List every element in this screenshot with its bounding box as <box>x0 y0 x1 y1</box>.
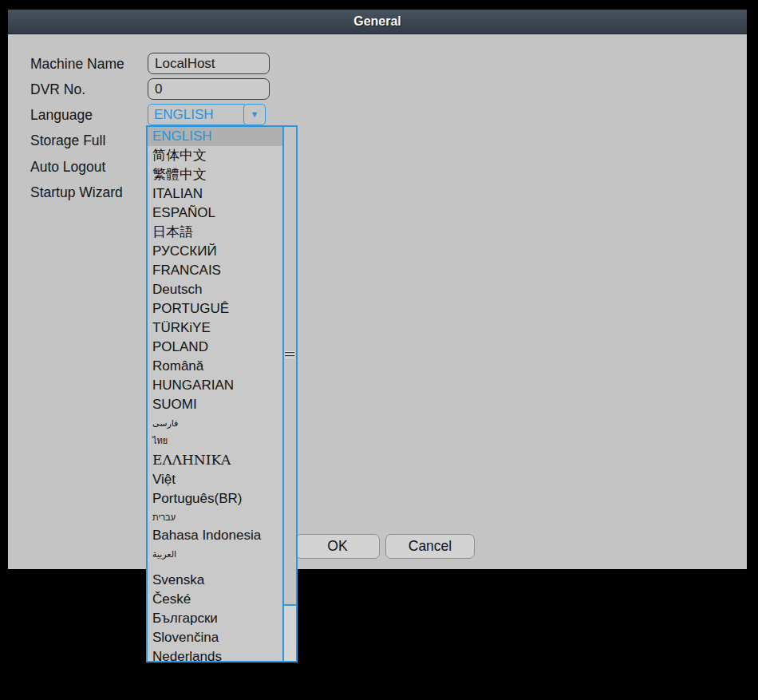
dropdown-option[interactable]: 繁體中文 <box>148 165 282 184</box>
dropdown-option[interactable]: Deutsch <box>148 280 282 299</box>
dropdown-option[interactable]: ESPAÑOL <box>148 204 282 223</box>
dropdown-option[interactable]: Български <box>148 609 282 628</box>
dialog-title: General <box>353 14 401 29</box>
startup-wizard-label: Startup Wizard <box>30 183 123 202</box>
dropdown-option[interactable]: HUNGARIAN <box>148 376 282 395</box>
language-select[interactable]: ENGLISH <box>148 104 247 125</box>
dropdown-option[interactable]: العربية <box>148 545 282 563</box>
dropdown-scrollbar[interactable] <box>282 127 296 661</box>
dropdown-option[interactable]: FRANCAIS <box>148 261 282 280</box>
scrollbar-track-lower[interactable] <box>284 606 296 661</box>
dvr-no-label: DVR No. <box>30 80 85 99</box>
dropdown-option[interactable]: České <box>148 590 282 609</box>
dropdown-option[interactable]: SUOMI <box>148 395 282 414</box>
language-label: Language <box>30 105 93 125</box>
dropdown-option[interactable]: Slovenčina <box>148 628 282 647</box>
chevron-down-icon: ▼ <box>251 110 259 119</box>
dvr-no-input[interactable] <box>148 78 270 100</box>
auto-logout-label: Auto Logout <box>30 157 105 176</box>
dropdown-option[interactable]: ΕΛΛΗΝΙΚΑ <box>148 449 282 470</box>
dropdown-option[interactable]: ENGLISH <box>148 127 282 146</box>
ok-button[interactable]: OK <box>295 534 380 559</box>
dropdown-option[interactable]: ITALIAN <box>148 184 282 204</box>
language-select-value: ENGLISH <box>154 107 214 123</box>
dropdown-option[interactable]: ไทย <box>148 432 282 449</box>
general-settings-dialog: General Machine Name DVR No. Language St… <box>8 10 747 569</box>
dropdown-option[interactable]: POLAND <box>148 338 282 357</box>
dropdown-option[interactable]: Svenska <box>148 571 282 590</box>
dropdown-option[interactable]: РУССКИЙ <box>148 242 282 261</box>
machine-name-input[interactable] <box>148 53 270 74</box>
scrollbar-grip-icon <box>285 351 294 358</box>
cancel-button[interactable]: Cancel <box>385 534 475 559</box>
dropdown-option[interactable]: Română <box>148 357 282 376</box>
dropdown-option[interactable]: 简体中文 <box>148 146 282 165</box>
language-dropdown-list: ENGLISH简体中文繁體中文ITALIANESPAÑOL日本語РУССКИЙF… <box>146 125 298 662</box>
dropdown-option[interactable]: Bahasa Indonesia <box>148 526 282 545</box>
dropdown-option[interactable]: فارسی <box>148 414 282 432</box>
dropdown-option[interactable]: Việt <box>148 470 282 489</box>
dropdown-options: ENGLISH简体中文繁體中文ITALIANESPAÑOL日本語РУССКИЙF… <box>148 127 282 661</box>
scrollbar-thumb[interactable] <box>284 127 296 606</box>
dialog-titlebar: General <box>8 10 747 34</box>
dropdown-option[interactable]: עברית <box>148 508 282 526</box>
dialog-body: Machine Name DVR No. Language Storage Fu… <box>8 34 747 569</box>
dropdown-option[interactable]: Nederlands <box>148 647 282 661</box>
dropdown-option[interactable]: 日本語 <box>148 223 282 242</box>
machine-name-label: Machine Name <box>30 54 124 73</box>
dropdown-option[interactable]: Português(BR) <box>148 489 282 508</box>
dropdown-option[interactable]: TÜRKiYE <box>148 318 282 338</box>
dropdown-option[interactable]: PORTUGUÊ <box>148 299 282 318</box>
language-select-arrow-button[interactable]: ▼ <box>243 104 266 125</box>
storage-full-label: Storage Full <box>30 131 105 150</box>
